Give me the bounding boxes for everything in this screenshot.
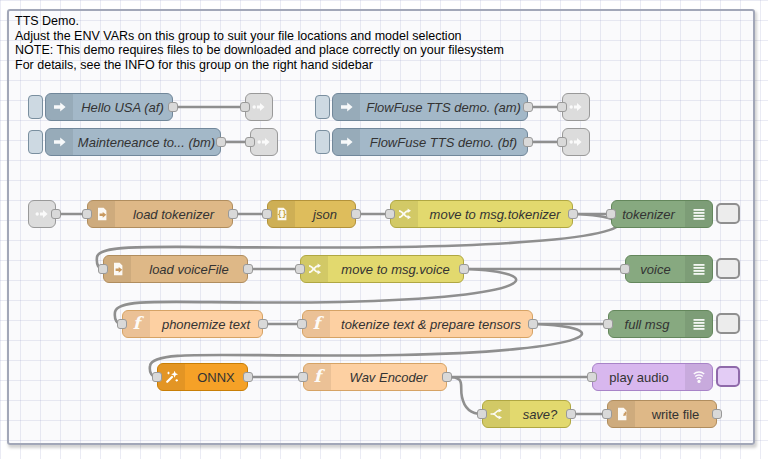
node-label: voice	[626, 256, 685, 282]
node-label: ONNX	[185, 364, 247, 390]
inject-arrow-icon	[333, 94, 360, 120]
node-label: full msg	[609, 311, 685, 337]
node-onnx[interactable]: ONNX	[157, 363, 248, 391]
output-port[interactable]	[243, 264, 253, 274]
function-f-icon: f	[303, 311, 330, 337]
node-inject-flowfuse-am[interactable]: FlowFuse TTS demo. (am)	[315, 93, 528, 121]
node-switch-save[interactable]: save?	[482, 400, 571, 428]
function-f-icon: f	[304, 364, 331, 390]
node-label: Mainteneance to... (bm)	[73, 129, 220, 155]
flow-canvas[interactable]: TTS Demo. Adjust the ENV VARs on this gr…	[0, 0, 768, 459]
output-port[interactable]	[168, 102, 178, 112]
input-port[interactable]	[82, 209, 92, 219]
node-label: play audio	[593, 364, 685, 390]
node-function-phonemize[interactable]: f phonemize text	[122, 310, 263, 338]
node-label: Hello USA (af)	[73, 94, 172, 120]
node-label: move to msg.tokenizer	[418, 201, 572, 227]
input-port[interactable]	[587, 372, 597, 382]
input-port[interactable]	[557, 102, 567, 112]
input-port[interactable]	[385, 209, 395, 219]
node-label: load tokenizer	[115, 201, 232, 227]
output-port[interactable]	[351, 209, 361, 219]
output-port[interactable]	[566, 409, 576, 419]
input-port[interactable]	[117, 319, 127, 329]
debug-list-icon	[685, 311, 712, 337]
link-arrow-icon	[568, 134, 584, 150]
node-label: load voiceFile	[131, 256, 247, 282]
node-label: tokenizer	[612, 201, 685, 227]
node-debug-full-msg[interactable]: full msg	[608, 310, 740, 338]
input-port[interactable]	[297, 319, 307, 329]
input-port[interactable]	[620, 264, 630, 274]
inject-trigger-button[interactable]	[28, 130, 43, 154]
input-port[interactable]	[98, 264, 108, 274]
node-function-tokenize[interactable]: f tokenize text & prepare tensors	[302, 310, 533, 338]
file-out-icon	[608, 401, 635, 427]
output-port[interactable]	[568, 209, 578, 219]
file-in-icon	[104, 256, 131, 282]
input-port[interactable]	[152, 372, 162, 382]
node-label: write file	[635, 401, 716, 427]
link-arrow-icon	[34, 206, 50, 222]
output-port[interactable]	[459, 264, 469, 274]
node-label: phonemize text	[150, 311, 262, 337]
debug-toggle-button[interactable]	[716, 313, 740, 334]
input-port[interactable]	[602, 409, 612, 419]
node-link-out[interactable]	[250, 128, 278, 156]
node-function-wav-encoder[interactable]: f Wav Encoder	[303, 363, 447, 391]
inject-arrow-icon	[46, 94, 73, 120]
node-file-out-write-file[interactable]: write file	[607, 400, 717, 428]
debug-list-icon	[685, 201, 712, 227]
node-label: json	[295, 201, 355, 227]
inject-arrow-icon	[46, 129, 73, 155]
node-label: tokenize text & prepare tensors	[330, 311, 532, 337]
output-port[interactable]	[216, 137, 226, 147]
output-port[interactable]	[51, 209, 61, 219]
node-debug-tokenizer[interactable]: tokenizer	[611, 200, 740, 228]
input-port[interactable]	[603, 319, 613, 329]
shuffle-icon	[301, 256, 328, 282]
input-port[interactable]	[557, 137, 567, 147]
node-change-move-voice[interactable]: move to msg.voice	[300, 255, 464, 283]
node-debug-voice[interactable]: voice	[625, 255, 740, 283]
debug-toggle-button[interactable]	[716, 258, 740, 279]
wire-wavencoder-to-save[interactable]	[447, 377, 482, 414]
output-port[interactable]	[228, 209, 238, 219]
node-file-in-load-tokenizer[interactable]: load tokenizer	[87, 200, 233, 228]
shuffle-icon	[391, 201, 418, 227]
input-port[interactable]	[298, 372, 308, 382]
output-port[interactable]	[523, 102, 533, 112]
output-port[interactable]	[243, 372, 253, 382]
input-port[interactable]	[262, 209, 272, 219]
node-link-out[interactable]	[245, 93, 273, 121]
node-inject-flowfuse-bf[interactable]: FlowFuse TTS demo. (bf)	[315, 128, 528, 156]
node-json[interactable]: {} json	[267, 200, 356, 228]
node-link-out[interactable]	[562, 128, 590, 156]
output-port[interactable]	[712, 409, 722, 419]
output-port[interactable]	[442, 372, 452, 382]
output-port[interactable]	[528, 319, 538, 329]
node-label: Wav Encoder	[331, 364, 446, 390]
input-port[interactable]	[295, 264, 305, 274]
node-file-in-load-voicefile[interactable]: load voiceFile	[103, 255, 248, 283]
input-port[interactable]	[240, 102, 250, 112]
inject-trigger-button[interactable]	[315, 130, 330, 154]
file-in-icon	[88, 201, 115, 227]
inject-trigger-button[interactable]	[315, 95, 330, 119]
node-inject-hello-usa[interactable]: Hello USA (af)	[28, 93, 173, 121]
audio-toggle-button[interactable]	[716, 366, 740, 387]
sound-waves-icon	[685, 364, 712, 390]
input-port[interactable]	[245, 137, 255, 147]
debug-toggle-button[interactable]	[716, 203, 740, 224]
inject-trigger-button[interactable]	[28, 95, 43, 119]
node-link-in[interactable]	[28, 200, 56, 228]
node-link-out[interactable]	[562, 93, 590, 121]
node-play-audio[interactable]: play audio	[592, 363, 740, 391]
node-inject-maintenance[interactable]: Mainteneance to... (bm)	[28, 128, 221, 156]
output-port[interactable]	[523, 137, 533, 147]
node-change-move-tokenizer[interactable]: move to msg.tokenizer	[390, 200, 573, 228]
debug-list-icon	[685, 256, 712, 282]
input-port[interactable]	[606, 209, 616, 219]
output-port[interactable]	[258, 319, 268, 329]
input-port[interactable]	[477, 409, 487, 419]
